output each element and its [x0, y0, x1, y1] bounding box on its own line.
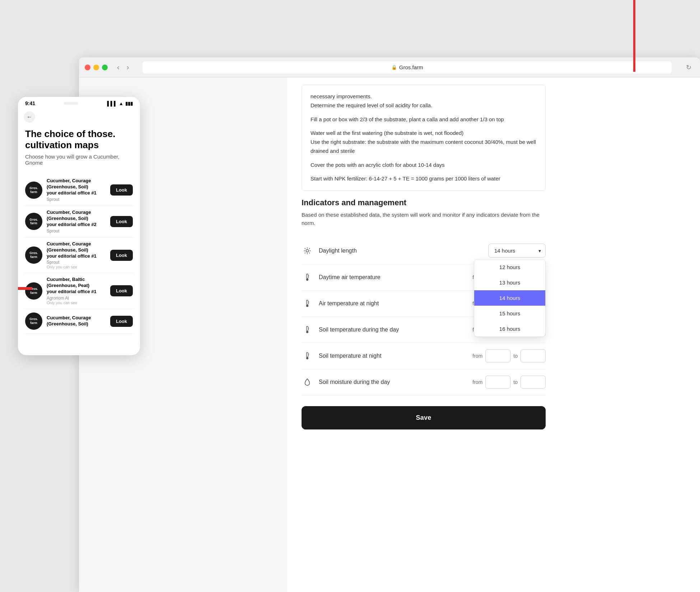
daylight-icon [302, 245, 313, 257]
section-title: Indicators and management [302, 198, 546, 207]
svg-point-0 [306, 249, 308, 252]
avatar: Gros.farm [25, 182, 42, 199]
svg-line-7 [309, 248, 310, 249]
from-label-4: from [472, 353, 482, 359]
item-name: Cucumber, Courage(Greenhouse, Soil)your … [47, 241, 106, 259]
soil-night-temp-from[interactable] [485, 349, 510, 362]
look-button[interactable]: Look [110, 316, 133, 327]
indicators-section: Indicators and management Based on these… [302, 198, 546, 429]
traffic-lights [85, 65, 108, 70]
to-label-4: to [513, 353, 518, 359]
text-block-4: Cover the pots with an acrylic cloth for… [311, 161, 537, 170]
mobile-red-accent [18, 287, 32, 290]
dropdown-option-16h[interactable]: 16 hours [474, 321, 545, 337]
daytime-temp-label: Daytime air temperature [319, 274, 472, 281]
avatar-text: Gros.farm [29, 186, 38, 194]
mobile-back-button[interactable]: ← [18, 108, 140, 126]
back-arrow-icon: ← [27, 114, 32, 120]
look-button[interactable]: Look [110, 216, 133, 227]
soil-day-temp-label: Soil temperature during the day [319, 326, 472, 333]
daylight-control[interactable]: 14 hours ▾ 12 hours 13 hours 14 hours 15… [488, 244, 546, 258]
item-info: Cucumber, Courage(Greenhouse, Soil) [47, 315, 106, 327]
dropdown-option-15h[interactable]: 15 hours [474, 306, 545, 321]
text-block-3: Water well at the first watering (the su… [311, 129, 537, 155]
close-dot[interactable] [85, 65, 90, 70]
svg-point-18 [306, 331, 308, 333]
mobile-panel: 9:41 ▌▌▌ ▲ ▮▮▮ ← The choice of those.cul… [18, 97, 140, 355]
mobile-time: 9:41 [25, 100, 35, 106]
look-button[interactable]: Look [110, 184, 133, 196]
soil-night-temp-control[interactable]: from to [472, 349, 546, 362]
soil-moisture-control[interactable]: from to [472, 376, 546, 389]
item-name: Cucumber, Courage(Greenhouse, Soil)your … [47, 210, 106, 228]
avatar: Gros.farm [25, 282, 42, 300]
mobile-notch [64, 102, 78, 105]
mobile-subtitle: Choose how you will grow a Cucumber, Gno… [25, 154, 133, 166]
mobile-list: Gros.farm Cucumber, Courage(Greenhouse, … [18, 172, 140, 337]
daylight-dropdown-wrapper[interactable]: 14 hours ▾ 12 hours 13 hours 14 hours 15… [488, 244, 546, 258]
signal-icon: ▌▌▌ [107, 101, 117, 106]
item-name: Cucumber, Courage(Greenhouse, Soil) [47, 315, 106, 327]
daytime-temp-icon [302, 272, 313, 283]
soil-night-temp-to[interactable] [521, 349, 546, 362]
item-info: Cucumber, Courage(Greenhouse, Soil)your … [47, 210, 106, 234]
daylight-row: Daylight length 14 hours ▾ 12 hours 13 h… [302, 237, 546, 264]
forward-button[interactable]: › [125, 62, 131, 73]
nav-buttons: ‹ › [115, 62, 131, 73]
soil-moisture-to[interactable] [521, 376, 546, 389]
text-block-1: necessary improvements.Determine the req… [311, 92, 537, 110]
svg-point-10 [306, 278, 308, 281]
soil-moisture-label: Soil moisture during the day [319, 379, 472, 385]
item-private: Only you can see [47, 265, 106, 269]
avatar-text: Gros.farm [29, 317, 38, 325]
mobile-status-icons: ▌▌▌ ▲ ▮▮▮ [107, 101, 133, 106]
mobile-back-circle[interactable]: ← [24, 111, 35, 123]
svg-rect-13 [307, 300, 308, 305]
daylight-label: Daylight length [319, 248, 488, 254]
avatar: Gros.farm [25, 213, 42, 230]
daylight-selected-value: 14 hours [494, 248, 515, 254]
to-label-5: to [513, 379, 518, 385]
item-info: Cucumber, Courage(Greenhouse, Soil)your … [47, 241, 106, 269]
text-block-2: Fill a pot or box with 2/3 of the substr… [311, 115, 537, 124]
avatar-text: Gros.farm [29, 251, 38, 259]
look-button[interactable]: Look [110, 250, 133, 261]
soil-moisture-icon [302, 376, 313, 388]
red-accent-line [633, 0, 635, 72]
svg-point-22 [306, 357, 308, 359]
avatar: Gros.farm [25, 246, 42, 264]
list-item: Gros.farm Cucumber, Baltic(Greenhouse, P… [24, 273, 134, 309]
svg-line-5 [305, 248, 305, 249]
look-button[interactable]: Look [110, 285, 133, 296]
address-text: Gros.farm [399, 64, 423, 70]
daylight-dropdown-menu[interactable]: 12 hours 13 hours 14 hours 15 hours 16 h… [474, 259, 546, 337]
dropdown-option-13h[interactable]: 13 hours [474, 275, 545, 290]
mobile-header: The choice of those.cultivation maps Cho… [18, 126, 140, 172]
svg-line-6 [309, 253, 310, 253]
daylight-dropdown[interactable]: 14 hours ▾ [488, 244, 546, 258]
back-button[interactable]: ‹ [115, 62, 122, 73]
item-stage: Sprout [47, 229, 106, 234]
minimize-dot[interactable] [93, 65, 99, 70]
night-temp-icon [302, 298, 313, 309]
dropdown-option-12h[interactable]: 12 hours [474, 259, 545, 275]
svg-rect-17 [307, 326, 308, 331]
browser-toolbar: ‹ › 🔒 Gros.farm ↻ [79, 57, 700, 77]
save-button[interactable]: Save [302, 406, 546, 429]
item-stage: Sprout [47, 197, 106, 202]
avatar: Gros.farm [25, 313, 42, 330]
item-stage: Agronom Ai [47, 296, 106, 301]
browser-window: ‹ › 🔒 Gros.farm ↻ necessary improvements… [79, 57, 700, 592]
soil-night-temp-icon [302, 350, 313, 362]
address-bar[interactable]: 🔒 Gros.farm [143, 61, 672, 74]
list-item: Gros.farm Cucumber, Courage(Greenhouse, … [24, 238, 134, 273]
text-block-5: Start with NPK fertilizer: 6-14-27 + 5 +… [311, 174, 537, 183]
list-item: Gros.farm Cucumber, Courage(Greenhouse, … [24, 206, 134, 238]
reload-button[interactable]: ↻ [683, 62, 694, 73]
soil-moisture-from[interactable] [485, 376, 510, 389]
maximize-dot[interactable] [102, 65, 108, 70]
dropdown-option-14h[interactable]: 14 hours [474, 290, 545, 306]
item-name: Cucumber, Baltic(Greenhouse, Peat)your e… [47, 277, 106, 295]
item-info: Cucumber, Baltic(Greenhouse, Peat)your e… [47, 277, 106, 305]
list-item: Gros.farm Cucumber, Courage(Greenhouse, … [24, 174, 134, 206]
